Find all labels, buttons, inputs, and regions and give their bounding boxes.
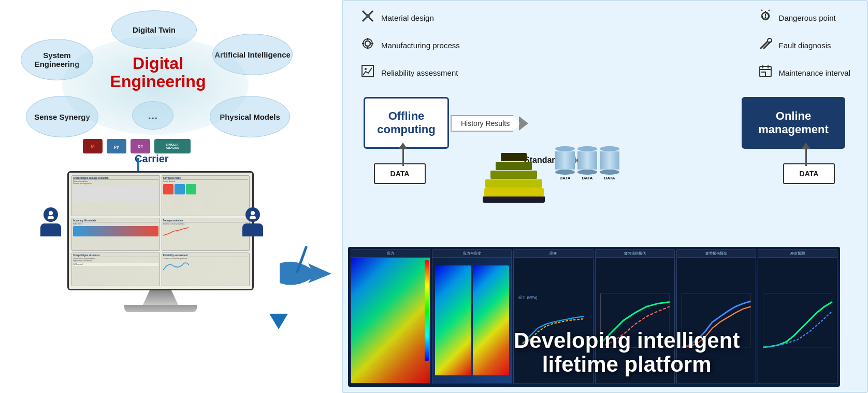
icon-manufacturing: Manufacturing process [358, 36, 460, 54]
logos-row: M py C# SIMULIAABAQUS [83, 139, 191, 153]
icon-reliability: Reliability assessment [358, 64, 460, 82]
monitor-screen: Creep-fatigue damage evolution Data accu… [67, 171, 254, 290]
person-icon-left [36, 207, 65, 241]
icon-maintenance: Maintenance interval [756, 64, 850, 82]
history-results-flow: History Results [451, 115, 528, 132]
chart-icon [358, 64, 377, 82]
developing-platform-text: Developing intelligent lifetime platform [514, 329, 740, 376]
dangerous-label: Dangerous point [779, 13, 836, 22]
top-icons-area: Material design Manufacturing process [358, 9, 850, 91]
flow-area: Offline computing History Results Online… [353, 87, 856, 201]
chart-stress: 应力 [351, 249, 430, 384]
left-icons-col: Material design Manufacturing process [358, 9, 460, 91]
alarm-icon [756, 9, 775, 27]
svg-point-3 [250, 216, 256, 219]
db-cylinder-1: DATA [555, 146, 575, 180]
csharp-logo: C# [131, 139, 150, 153]
svg-point-0 [49, 211, 53, 215]
chart-stress-strain: 应力与应变 [432, 249, 512, 384]
manufacturing-label: Manufacturing process [381, 41, 460, 50]
bottom-dark-panel: 应力 应力与应变 应变 [348, 247, 840, 387]
svg-text:应力 (MPa): 应力 (MPa) [519, 296, 538, 300]
data-box-left: DATA [374, 163, 426, 184]
right-panel: Material design Manufacturing process [342, 0, 868, 393]
svg-point-14 [365, 68, 367, 70]
online-management-box: Online management [742, 97, 845, 149]
tools-icon [756, 36, 775, 54]
monitor-container: Creep-fatigue damage evolution Data accu… [41, 171, 280, 321]
db-cylinders: DATA DATA DATA [555, 146, 619, 180]
matlab-logo: M [83, 139, 103, 153]
svg-point-2 [251, 211, 255, 215]
down-arrow [137, 158, 139, 171]
carrier-label: Carrier [135, 153, 169, 165]
history-arrow-head [519, 116, 528, 131]
db-cylinder-2: DATA [577, 146, 597, 180]
icon-dangerous: Dangerous point [756, 9, 850, 27]
db-cylinder-3: DATA [600, 146, 619, 180]
svg-point-17 [764, 17, 766, 19]
svg-point-1 [48, 216, 54, 219]
material-design-label: Material design [381, 13, 434, 22]
gear-icon [358, 36, 377, 54]
stack-pyramid [483, 144, 545, 185]
data-box-right: DATA [783, 163, 835, 184]
svg-point-8 [363, 39, 372, 48]
arrow-up-left [398, 143, 408, 166]
simulia-logo: SIMULIAABAQUS [154, 139, 191, 153]
svg-point-7 [365, 41, 370, 46]
chart-lifetime: 寿命预测 [758, 249, 837, 384]
offline-computing-box: Offline computing [364, 97, 449, 149]
monitor-base [124, 305, 197, 312]
person-icon-right [238, 207, 267, 241]
left-panel: Digital Twin Artificial Intelligence Sys… [0, 0, 337, 393]
python-logo: py [107, 139, 126, 153]
reliability-label: Reliability assessment [381, 68, 458, 77]
svg-rect-6 [366, 14, 370, 18]
big-blue-arrow-right [280, 253, 337, 294]
svg-line-19 [769, 10, 770, 11]
wrench-cross-icon [358, 9, 377, 27]
bubbles-area: Digital Twin Artificial Intelligence Sys… [10, 5, 321, 176]
icon-fault: Fault diagnosis [756, 36, 850, 54]
maintenance-label: Maintenance interval [779, 68, 850, 77]
digital-engineering-title: Digital Engineering [106, 54, 210, 91]
calendar-icon [756, 64, 775, 82]
right-icons-col: Dangerous point Fault diagnosis [756, 9, 850, 91]
icon-material-design: Material design [358, 9, 460, 27]
fault-label: Fault diagnosis [779, 41, 831, 50]
monitor-stand [142, 290, 179, 306]
svg-line-18 [761, 10, 762, 11]
arrow-up-right [801, 143, 811, 166]
history-results-label: History Results [451, 115, 520, 132]
